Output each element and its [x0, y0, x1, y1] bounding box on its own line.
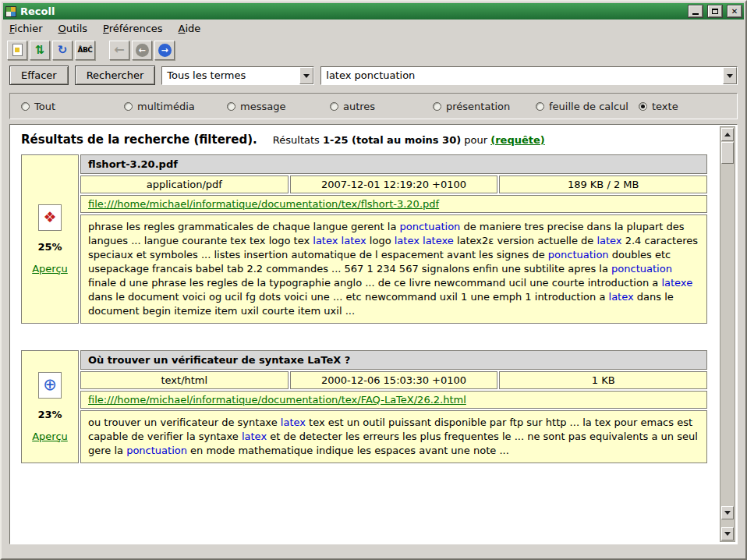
- titlebar[interactable]: Recoll ✕: [3, 3, 744, 19]
- filter-radio-presentation[interactable]: présentation: [433, 101, 536, 112]
- filter-radio-autres[interactable]: autres: [330, 101, 433, 112]
- filter-label: Tout: [34, 101, 55, 112]
- result-url-row: file:///home/michael/informatique/docume…: [80, 391, 707, 409]
- sort-by-dates-icon: ⇅: [35, 44, 45, 56]
- maximize-button[interactable]: [708, 5, 722, 17]
- result-title: Où trouver un vérificateur de syntaxe La…: [80, 350, 707, 370]
- history-button[interactable]: ↻: [52, 41, 73, 60]
- sort-by-dates-button[interactable]: ⇅: [30, 41, 50, 60]
- filter-label: feuille de calcul: [549, 101, 628, 112]
- scroll-down-button[interactable]: [721, 506, 734, 519]
- previous-page-icon: ←: [136, 44, 149, 57]
- previous-page-button[interactable]: ←: [132, 41, 152, 60]
- search-query-combo: [320, 66, 738, 85]
- pdf-file-icon[interactable]: ❖: [38, 204, 62, 231]
- results-title: Résultats de la recherche (filtered).: [21, 133, 257, 147]
- result-list: Résultats de la recherche (filtered). Ré…: [9, 124, 738, 544]
- clear-search-button[interactable]: [7, 41, 27, 60]
- maximize-icon: [712, 9, 718, 14]
- preview-link[interactable]: Aperçu: [32, 263, 68, 275]
- chevron-down-icon: [727, 74, 733, 81]
- search-type-dropdown-button[interactable]: [299, 67, 313, 84]
- results-count-label: Résultats: [273, 134, 320, 146]
- minimize-button[interactable]: [689, 5, 703, 17]
- filter-radio-multimedia[interactable]: multimédia: [124, 101, 227, 112]
- category-filter-bar: Tout multimédia message autres présentat…: [9, 93, 738, 119]
- relevance-percent: 25%: [37, 241, 62, 253]
- filter-label: présentation: [446, 101, 510, 112]
- result-meta-row: application/pdf 2007-12-01 12:19:20 +010…: [80, 175, 707, 193]
- result-row: ❖ 25% Aperçu flshort-3.20.pdf applicatio…: [21, 154, 707, 324]
- result-meta-row: text/html 2000-12-06 15:03:30 +0100 1 KB: [80, 371, 707, 389]
- radio-icon: [536, 102, 544, 111]
- arrow-down-icon: [724, 532, 731, 539]
- effacer-button[interactable]: Effacer: [9, 66, 69, 85]
- result-mime: application/pdf: [80, 175, 289, 193]
- filter-radio-feuille-de-calcul[interactable]: feuille de calcul: [536, 101, 639, 112]
- filter-label: multimédia: [137, 101, 195, 112]
- preview-link[interactable]: Aperçu: [32, 431, 68, 442]
- scroll-down-button-2[interactable]: [721, 527, 734, 541]
- arrow-down-icon: [724, 511, 731, 518]
- results-scrollbar[interactable]: [720, 126, 735, 542]
- rechercher-button[interactable]: Rechercher: [75, 66, 156, 85]
- menu-aide[interactable]: Aide: [179, 23, 201, 34]
- next-page-button[interactable]: →: [154, 41, 175, 60]
- result-row: ⊕ 23% Aperçu Où trouver un vérificateur …: [21, 350, 707, 463]
- radio-icon: [639, 102, 647, 111]
- close-icon: ✕: [731, 8, 738, 16]
- result-abstract: ou trouver un verificateur de syntaxe la…: [80, 410, 707, 463]
- term-explorer-button[interactable]: ÂBĈ: [75, 41, 95, 60]
- scroll-up-button[interactable]: [721, 128, 734, 141]
- html-glyph: ⊕: [43, 377, 57, 393]
- menu-fichier-label: ichier: [15, 23, 43, 34]
- radio-icon: [433, 102, 441, 111]
- result-url-link[interactable]: file:///home/michael/informatique/docume…: [88, 198, 439, 210]
- results-header: Résultats de la recherche (filtered). Ré…: [21, 133, 712, 147]
- search-history-dropdown-button[interactable]: [723, 67, 737, 84]
- menubar: Fichier Outils Préférences Aide: [3, 19, 744, 37]
- menu-outils-accel: O: [58, 23, 66, 34]
- search-type-select[interactable]: Tous les termes: [161, 66, 314, 85]
- toolbar: ⇅ ↻ ÂBĈ ← ← →: [3, 37, 744, 62]
- filter-radio-message[interactable]: message: [227, 101, 330, 112]
- result-filename: flshort-3.20.pdf: [80, 154, 707, 174]
- radio-icon: [227, 102, 235, 111]
- window-title: Recoll: [20, 5, 683, 17]
- filter-label: texte: [652, 101, 678, 112]
- result-date: 2007-12-01 12:19:20 +0100: [290, 175, 498, 193]
- filter-radio-tout[interactable]: Tout: [21, 101, 124, 112]
- result-side-panel: ⊕ 23% Aperçu: [21, 350, 79, 463]
- close-button[interactable]: ✕: [728, 5, 742, 17]
- back-arrow-icon: ←: [114, 44, 124, 56]
- result-url-link[interactable]: file:///home/michael/informatique/docume…: [88, 394, 466, 406]
- result-side-panel: ❖ 25% Aperçu: [21, 154, 79, 324]
- menu-preferences-accel: P: [103, 23, 109, 34]
- scroll-thumb[interactable]: [721, 142, 734, 164]
- html-file-icon[interactable]: ⊕: [38, 372, 62, 399]
- nav-back-button[interactable]: ←: [109, 41, 129, 60]
- filter-label: message: [240, 101, 285, 112]
- result-mime: text/html: [80, 371, 289, 389]
- results-range: 1-25 (total au moins 30): [323, 134, 461, 146]
- filter-radio-texte[interactable]: texte: [639, 101, 678, 112]
- recoll-window: Recoll ✕ Fichier Outils Préférences Aide…: [0, 0, 747, 560]
- result-size: 1 KB: [499, 371, 707, 389]
- history-icon: ↻: [58, 44, 68, 56]
- arrow-up-icon: [724, 129, 731, 136]
- app-icon: [5, 6, 16, 17]
- filter-label: autres: [343, 101, 375, 112]
- menu-fichier[interactable]: Fichier: [9, 23, 43, 34]
- menu-preferences[interactable]: Préférences: [103, 23, 162, 34]
- result-table: flshort-3.20.pdf application/pdf 2007-12…: [80, 154, 707, 324]
- menu-outils[interactable]: Outils: [58, 23, 88, 34]
- clear-search-icon: [12, 44, 23, 56]
- minimize-icon: [692, 13, 699, 15]
- search-input[interactable]: [321, 67, 723, 84]
- query-link[interactable]: (requête): [490, 134, 545, 146]
- menu-preferences-label: références: [109, 23, 163, 34]
- radio-icon: [124, 102, 133, 111]
- next-page-icon: →: [158, 44, 172, 57]
- search-bar: Effacer Rechercher Tous les termes: [3, 62, 744, 90]
- result-date: 2000-12-06 15:03:30 +0100: [290, 371, 498, 389]
